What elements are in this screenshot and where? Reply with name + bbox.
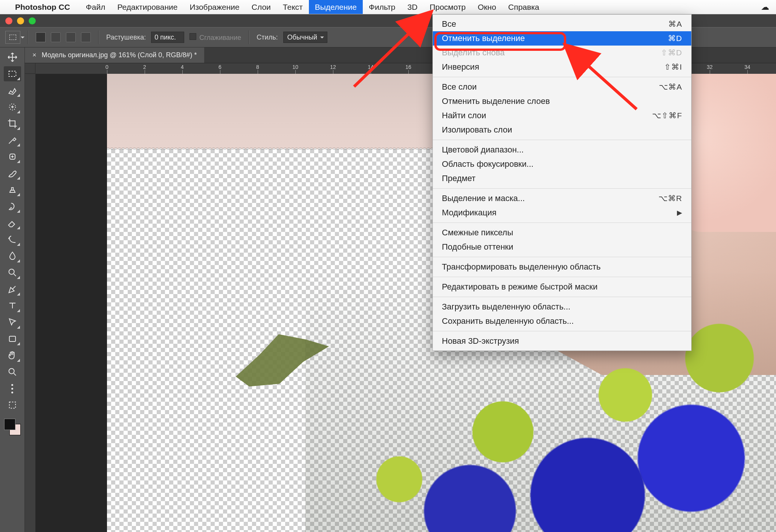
selection-mode-subtract[interactable] — [66, 32, 76, 42]
selection-mode-add[interactable] — [51, 32, 61, 42]
antialias-option[interactable]: Сглаживание — [189, 33, 241, 42]
cloud-sync-icon[interactable]: ☁︎ — [761, 2, 769, 12]
menu-item-label: Все — [442, 19, 456, 29]
antialias-checkbox[interactable] — [189, 33, 196, 40]
menu-item[interactable]: Все⌘A — [433, 17, 691, 31]
menu-item-label: Выделить снова — [442, 48, 505, 58]
blur-tool[interactable] — [4, 248, 21, 264]
menu-help[interactable]: Справка — [502, 0, 545, 14]
shape-tool[interactable] — [4, 331, 21, 346]
window-close-button[interactable] — [5, 17, 12, 24]
document-tab[interactable]: × Модель оригинал.jpg @ 161% (Слой 0, RG… — [25, 47, 204, 63]
menu-select[interactable]: Выделение — [309, 0, 363, 14]
menu-separator — [433, 140, 691, 140]
feather-label: Растушевка: — [106, 34, 146, 41]
menu-item-shortcut: ⌥⌘A — [659, 82, 682, 91]
marquee-tool[interactable] — [4, 66, 21, 81]
pen-tool[interactable] — [4, 282, 21, 297]
menu-separator — [433, 223, 691, 223]
menu-item[interactable]: Изолировать слои — [433, 123, 691, 137]
menu-item-label: Сохранить выделенную область... — [442, 316, 574, 326]
menu-item-label: Цветовой диапазон... — [442, 145, 524, 155]
menu-item[interactable]: Трансформировать выделенную область — [433, 260, 691, 274]
menu-filter[interactable]: Фильтр — [363, 0, 402, 14]
eraser-tool[interactable] — [4, 215, 21, 230]
gradient-tool[interactable] — [4, 232, 21, 247]
menu-item[interactable]: Редактировать в режиме быстрой маски — [433, 280, 691, 294]
window-minimize-button[interactable] — [17, 17, 24, 24]
close-icon[interactable]: × — [32, 51, 37, 59]
hand-tool[interactable] — [4, 348, 21, 363]
menu-item-label: Найти слои — [442, 111, 486, 120]
menu-item-label: Смежные пикселы — [442, 228, 513, 238]
healing-tool[interactable] — [4, 149, 21, 164]
menu-item[interactable]: Подобные оттенки — [433, 240, 691, 254]
clone-stamp-tool[interactable] — [4, 182, 21, 197]
select-menu-dropdown[interactable]: Все⌘AОтменить выделение⌘DВыделить снова⇧… — [432, 14, 692, 351]
svg-rect-0 — [9, 71, 16, 76]
menu-item[interactable]: Область фокусировки... — [433, 157, 691, 171]
menu-separator — [433, 77, 691, 77]
lasso-tool[interactable] — [4, 83, 21, 98]
menu-type[interactable]: Текст — [277, 0, 309, 14]
window-zoom-button[interactable] — [29, 17, 36, 24]
type-tool[interactable] — [4, 298, 21, 313]
eyedropper-tool[interactable] — [4, 133, 21, 148]
style-label: Стиль: — [257, 34, 278, 41]
menu-item[interactable]: Отменить выделение⌘D — [433, 31, 691, 46]
menu-item[interactable]: Инверсия⇧⌘I — [433, 60, 691, 74]
menu-item-label: Модификация — [442, 208, 496, 218]
menu-item-label: Трансформировать выделенную область — [442, 262, 600, 272]
menu-item[interactable]: Сохранить выделенную область... — [433, 314, 691, 328]
move-tool[interactable] — [4, 50, 21, 65]
menu-item[interactable]: Найти слои⌥⇧⌘F — [433, 108, 691, 123]
menu-item[interactable]: Выделение и маска...⌥⌘R — [433, 191, 691, 206]
menu-file[interactable]: Файл — [80, 0, 112, 14]
svg-rect-4 — [9, 336, 15, 341]
menu-item-label: Отменить выделение — [442, 34, 525, 43]
document-tab-title: Модель оригинал.jpg @ 161% (Слой 0, RGB/… — [42, 51, 197, 59]
edit-toolbar[interactable] — [4, 398, 21, 413]
menu-item[interactable]: Предмет — [433, 171, 691, 186]
ruler-origin[interactable] — [25, 63, 35, 74]
tool-preset-picker[interactable] — [5, 31, 20, 44]
style-dropdown[interactable]: Обычный — [283, 32, 328, 43]
menu-item[interactable]: Новая 3D-экструзия — [433, 334, 691, 348]
menu-item[interactable]: Модификация▶ — [433, 206, 691, 220]
menu-separator — [433, 257, 691, 257]
zoom-tool[interactable] — [4, 364, 21, 380]
menu-item[interactable]: Цветовой диапазон... — [433, 143, 691, 157]
menu-item-shortcut: ⌥⇧⌘F — [652, 111, 682, 120]
menu-item-shortcut: ⌘D — [668, 34, 682, 43]
menu-item[interactable]: Все слои⌥⌘A — [433, 80, 691, 94]
color-swatches[interactable] — [4, 419, 21, 435]
brush-tool[interactable] — [4, 166, 21, 181]
svg-rect-6 — [9, 402, 15, 408]
dodge-tool[interactable] — [4, 265, 21, 280]
menu-separator — [433, 331, 691, 331]
menu-edit[interactable]: Редактирование — [111, 0, 183, 14]
menu-item[interactable]: Отменить выделение слоев — [433, 94, 691, 108]
menu-item: Выделить снова⇧⌘D — [433, 46, 691, 60]
menu-item[interactable]: Смежные пикселы — [433, 226, 691, 240]
quick-select-tool[interactable] — [4, 99, 21, 114]
crop-tool[interactable] — [4, 116, 21, 131]
menu-view[interactable]: Просмотр — [423, 0, 472, 14]
menu-item-label: Инверсия — [442, 62, 479, 72]
menu-separator — [433, 277, 691, 277]
selection-mode-intersect[interactable] — [81, 32, 91, 42]
menu-window[interactable]: Окно — [472, 0, 502, 14]
menu-layers[interactable]: Слои — [246, 0, 277, 14]
path-select-tool[interactable] — [4, 315, 21, 330]
feather-input[interactable]: 0 пикс. — [151, 32, 184, 43]
vertical-ruler[interactable] — [25, 74, 35, 532]
history-brush-tool[interactable] — [4, 199, 21, 214]
menu-3d[interactable]: 3D — [402, 0, 424, 14]
menu-item-shortcut: ⌘A — [668, 20, 682, 29]
app-name[interactable]: Photoshop CC — [15, 3, 70, 12]
foreground-color-swatch[interactable] — [4, 419, 15, 430]
selection-mode-new[interactable] — [36, 32, 46, 42]
more-tools[interactable] — [4, 381, 21, 396]
menu-image[interactable]: Изображение — [183, 0, 245, 14]
menu-item[interactable]: Загрузить выделенную область... — [433, 300, 691, 314]
